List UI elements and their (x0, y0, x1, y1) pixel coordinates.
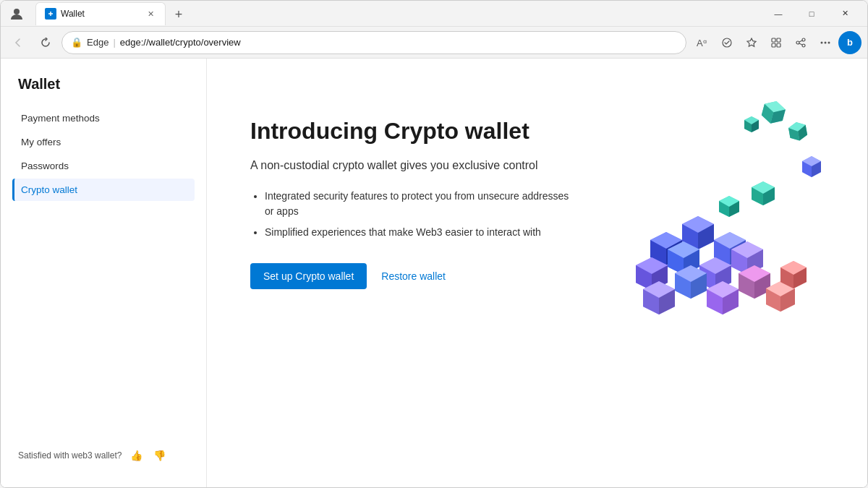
feedback-label: Satisfied with web3 wallet? (18, 450, 122, 461)
intro-section: Introducing Crypto wallet A non-custodia… (250, 102, 578, 289)
minimize-button[interactable]: — (762, 1, 795, 27)
svg-rect-7 (777, 43, 780, 47)
svg-point-14 (825, 41, 827, 43)
sidebar-item-payment-methods[interactable]: Payment methods (12, 107, 195, 129)
svg-point-3 (723, 38, 731, 47)
bing-button[interactable]: b (838, 31, 861, 54)
address-separator: | (113, 37, 115, 48)
address-bar[interactable]: 🔒 Edge | edge://wallet/crypto/overview (61, 31, 686, 54)
feature-item-1: Integrated security features to protect … (265, 189, 578, 219)
tracking-prevention-icon[interactable] (715, 31, 739, 54)
sidebar-title: Wallet (12, 76, 195, 93)
svg-rect-6 (772, 43, 775, 47)
more-options-icon[interactable] (814, 31, 837, 54)
maximize-button[interactable]: □ (795, 1, 828, 27)
sidebar-item-crypto-wallet[interactable]: Crypto wallet (12, 179, 195, 201)
intro-subtitle: A non-custodial crypto wallet gives you … (250, 157, 578, 174)
intro-title: Introducing Crypto wallet (250, 116, 578, 145)
feedback-row: Satisfied with web3 wallet? 👍 👎 (12, 441, 195, 470)
feature-list: Integrated security features to protect … (250, 189, 578, 240)
sidebar: Wallet Payment methods My offers Passwor… (1, 59, 207, 487)
back-button[interactable] (7, 31, 30, 54)
thumbs-up-button[interactable]: 👍 (127, 447, 145, 464)
main-area: Introducing Crypto wallet A non-custodia… (207, 59, 867, 487)
feature-item-2: Simplified experiences that make Web3 ea… (265, 225, 578, 240)
svg-point-9 (796, 41, 799, 44)
tab-strip: Wallet ✕ + (35, 2, 756, 25)
tab-title: Wallet (61, 9, 140, 19)
svg-rect-4 (772, 38, 775, 42)
svg-point-15 (828, 41, 830, 43)
sidebar-item-my-offers[interactable]: My offers (12, 131, 195, 153)
svg-point-8 (802, 38, 805, 41)
close-button[interactable]: ✕ (828, 1, 861, 27)
sidebar-item-passwords[interactable]: Passwords (12, 155, 195, 177)
refresh-button[interactable] (34, 31, 57, 54)
new-tab-button[interactable]: + (169, 5, 189, 25)
browser-window: Wallet ✕ + — □ ✕ 🔒 Edge | edge://wallet/… (0, 0, 868, 488)
active-tab[interactable]: Wallet ✕ (35, 2, 166, 25)
svg-point-10 (802, 44, 805, 47)
svg-rect-5 (777, 38, 780, 42)
profile-button[interactable] (7, 4, 27, 24)
toolbar-icons: Aᵅ b (691, 31, 861, 54)
svg-text:Aᵅ: Aᵅ (697, 38, 707, 48)
action-buttons: Set up Crypto wallet Restore wallet (250, 263, 578, 289)
tab-favicon (45, 8, 56, 20)
collections-icon[interactable] (765, 31, 788, 54)
window-controls: — □ ✕ (762, 1, 861, 27)
thumbs-down-button[interactable]: 👎 (150, 447, 168, 464)
security-icon: 🔒 (71, 37, 82, 48)
setup-crypto-wallet-button[interactable]: Set up Crypto wallet (250, 263, 367, 289)
svg-point-0 (14, 9, 20, 14)
favorites-icon[interactable] (740, 31, 763, 54)
sidebar-nav: Payment methods My offers Passwords Cryp… (12, 107, 195, 441)
title-bar: Wallet ✕ + — □ ✕ (1, 1, 867, 27)
restore-wallet-button[interactable]: Restore wallet (381, 270, 446, 282)
address-url: edge://wallet/crypto/overview (120, 37, 677, 48)
svg-line-12 (799, 43, 802, 45)
svg-line-11 (799, 40, 802, 42)
edge-brand-label: Edge (87, 37, 109, 48)
page-content: Wallet Payment methods My offers Passwor… (1, 59, 867, 487)
toolbar: 🔒 Edge | edge://wallet/crypto/overview A… (1, 27, 867, 59)
share-icon[interactable] (789, 31, 812, 54)
svg-point-13 (821, 41, 823, 43)
reader-mode-icon[interactable]: Aᵅ (691, 31, 714, 54)
tab-close-button[interactable]: ✕ (145, 8, 156, 20)
crypto-wallet-illustration (578, 87, 831, 362)
